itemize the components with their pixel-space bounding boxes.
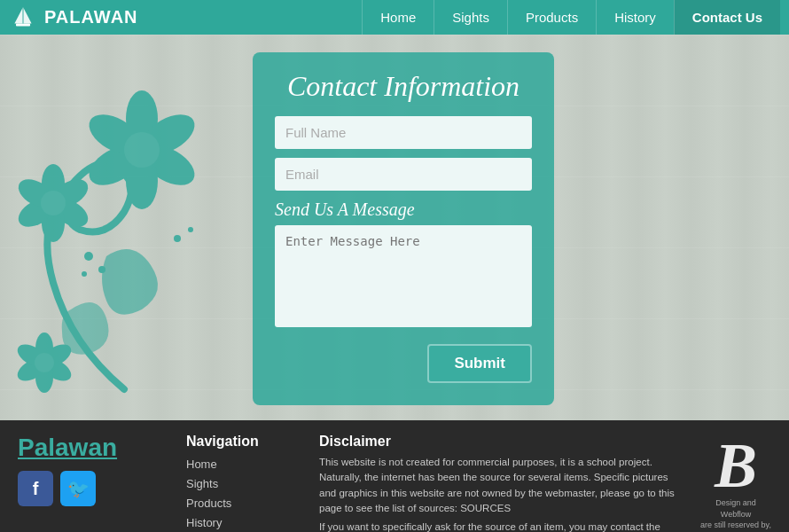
footer-nav-home[interactable]: Home bbox=[186, 455, 301, 474]
contact-form-card: Contact Information Send Us A Message Su… bbox=[253, 52, 554, 405]
footer-brand-name: Palawan bbox=[18, 434, 168, 462]
logo-icon bbox=[9, 4, 37, 32]
svg-point-28 bbox=[188, 227, 193, 232]
header: PALAWAN Home Sights Products History Con… bbox=[0, 0, 789, 35]
twitter-button[interactable]: 🐦 bbox=[60, 471, 96, 506]
footer-social: f 🐦 bbox=[18, 471, 168, 506]
submit-button[interactable]: Submit bbox=[427, 344, 532, 383]
message-textarea[interactable] bbox=[275, 225, 532, 327]
footer-nav: Navigation Home Sights Products History … bbox=[186, 434, 301, 519]
footer-disclaimer-title: Disclaimer bbox=[319, 434, 683, 450]
message-label: Send Us A Message bbox=[275, 200, 532, 220]
footer-b-logo: B bbox=[715, 434, 757, 497]
logo: PALAWAN bbox=[9, 4, 362, 32]
footer-logo-area: B Design and Webfloware still reserved b… bbox=[700, 434, 771, 519]
nav-history[interactable]: History bbox=[596, 0, 674, 35]
footer-disclaimer-text: This website is not created for commerci… bbox=[319, 455, 683, 516]
facebook-button[interactable]: f bbox=[18, 471, 53, 506]
main-nav: Home Sights Products History Contact Us bbox=[362, 0, 780, 35]
svg-point-25 bbox=[98, 266, 105, 273]
svg-point-27 bbox=[174, 235, 181, 242]
footer-nav-history[interactable]: History bbox=[186, 513, 301, 532]
main-content: Contact Information Send Us A Message Su… bbox=[0, 35, 789, 420]
footer: Palawan f 🐦 Navigation Home Sights Produ… bbox=[0, 420, 789, 532]
flower-decoration bbox=[0, 79, 248, 416]
svg-point-16 bbox=[41, 191, 66, 215]
nav-products[interactable]: Products bbox=[507, 0, 596, 35]
svg-point-26 bbox=[82, 271, 87, 277]
svg-rect-1 bbox=[16, 23, 30, 26]
fullname-input[interactable] bbox=[275, 116, 532, 149]
nav-contact[interactable]: Contact Us bbox=[674, 0, 780, 35]
footer-nav-title: Navigation bbox=[186, 434, 301, 450]
contact-form-title: Contact Information bbox=[275, 70, 532, 103]
svg-point-23 bbox=[35, 353, 54, 372]
nav-home[interactable]: Home bbox=[362, 0, 434, 35]
email-input[interactable] bbox=[275, 158, 532, 191]
footer-disclaimer-contact: If you want to specifically ask for the … bbox=[319, 520, 683, 532]
nav-sights[interactable]: Sights bbox=[434, 0, 507, 35]
logo-text: PALAWAN bbox=[44, 7, 138, 27]
footer-nav-sights[interactable]: Sights bbox=[186, 474, 301, 494]
footer-brand: Palawan f 🐦 bbox=[18, 434, 168, 519]
svg-point-9 bbox=[124, 132, 160, 168]
svg-point-24 bbox=[84, 252, 93, 261]
footer-disclaimer: Disclaimer This website is not created f… bbox=[319, 434, 683, 519]
footer-b-subtext: Design and Webfloware still reserved by,… bbox=[700, 497, 771, 532]
footer-nav-products[interactable]: Products bbox=[186, 494, 301, 513]
